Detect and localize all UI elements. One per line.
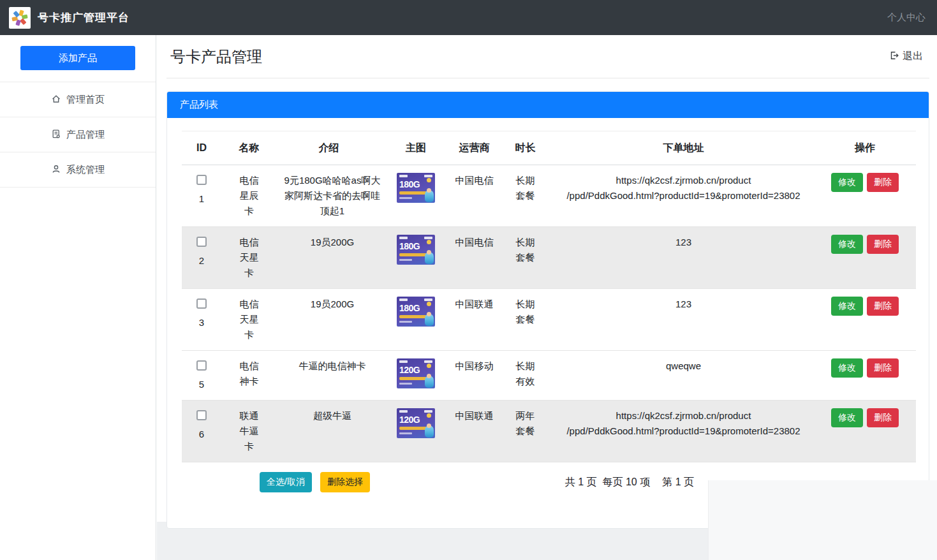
modify-button[interactable]: 修改 bbox=[831, 408, 863, 427]
product-image: 120G bbox=[397, 358, 435, 388]
product-image: 120G bbox=[397, 408, 435, 438]
col-header-image: 主图 bbox=[381, 131, 451, 165]
modify-button[interactable]: 修改 bbox=[831, 358, 863, 378]
product-intro: 9元180G哈哈哈as啊大家阿斯达卡省的去啊哇顶起1 bbox=[281, 173, 384, 219]
order-url: qweqwe bbox=[553, 351, 814, 401]
user-icon bbox=[51, 164, 61, 176]
delete-button[interactable]: 删除 bbox=[867, 358, 899, 378]
row-checkbox[interactable] bbox=[196, 298, 207, 309]
col-header-intro: 介绍 bbox=[277, 131, 381, 165]
current-page: 第 1 页 bbox=[662, 476, 694, 489]
col-header-name: 名称 bbox=[221, 131, 277, 165]
product-carrier: 中国联通 bbox=[451, 401, 498, 462]
app-logo-icon bbox=[9, 7, 31, 29]
col-header-duration: 时长 bbox=[498, 131, 553, 165]
product-duration: 长期套餐 bbox=[515, 297, 536, 327]
home-icon bbox=[51, 94, 61, 106]
sidebar-item-label: 管理首页 bbox=[66, 94, 105, 106]
delete-button[interactable]: 删除 bbox=[867, 235, 899, 254]
logout-icon bbox=[889, 50, 899, 63]
row-checkbox[interactable] bbox=[196, 360, 207, 371]
modify-button[interactable]: 修改 bbox=[831, 297, 863, 316]
select-all-toggle-button[interactable]: 全选/取消 bbox=[260, 472, 312, 492]
col-header-order-url: 下单地址 bbox=[553, 131, 814, 165]
row-id: 5 bbox=[186, 377, 218, 392]
delete-button[interactable]: 删除 bbox=[867, 297, 899, 316]
panel-title: 产品列表 bbox=[167, 92, 929, 118]
product-intro: 19员200G bbox=[281, 297, 384, 312]
product-list-card: 产品列表 ID 名称 介绍 主图 运营商 时长 bbox=[166, 91, 929, 529]
product-carrier: 中国电信 bbox=[451, 165, 498, 227]
product-intro: 19员200G bbox=[281, 235, 384, 250]
sidebar: 添加产品 管理首页 产品管理 系统管理 bbox=[0, 35, 156, 560]
col-header-id: ID bbox=[182, 131, 221, 165]
order-url: 123 bbox=[553, 227, 814, 289]
product-image: 180G bbox=[397, 297, 435, 327]
sidebar-item-label: 产品管理 bbox=[66, 129, 105, 141]
row-checkbox[interactable] bbox=[196, 410, 207, 420]
modify-button[interactable]: 修改 bbox=[831, 235, 863, 254]
table-row: 5 电信神卡 牛逼的电信神卡 120G 中国移动 长期有效 qweqwe 修改删… bbox=[182, 351, 916, 401]
product-name: 联通牛逼卡 bbox=[239, 408, 260, 454]
table-row: 6 联通牛逼卡 超级牛逼 120G 中国联通 两年套餐 https://qk2c… bbox=[182, 401, 916, 462]
product-image: 180G bbox=[397, 173, 435, 203]
product-duration: 长期套餐 bbox=[515, 235, 536, 265]
app-window: 号卡推广管理平台 个人中心 添加产品 管理首页 产品管理 系统管理 bbox=[0, 0, 937, 560]
table-row: 3 电信天星卡 19员200G 180G 中国联通 长期套餐 123 修改删除 bbox=[182, 289, 916, 351]
col-header-carrier: 运营商 bbox=[451, 131, 498, 165]
delete-button[interactable]: 删除 bbox=[867, 173, 899, 192]
panel-body: ID 名称 介绍 主图 运营商 时长 下单地址 操作 1 bbox=[167, 118, 929, 528]
product-duration: 两年套餐 bbox=[515, 408, 536, 439]
row-id: 1 bbox=[186, 191, 218, 207]
product-duration: 长期套餐 bbox=[515, 173, 536, 203]
product-intro: 牛逼的电信神卡 bbox=[281, 358, 384, 374]
modify-button[interactable]: 修改 bbox=[831, 173, 863, 192]
pagination: 共 1 页 每页 10 项 第 1 页 bbox=[565, 476, 694, 489]
product-name: 电信神卡 bbox=[239, 358, 260, 389]
logout-label: 退出 bbox=[903, 50, 923, 63]
product-intro: 超级牛逼 bbox=[281, 408, 384, 424]
logout-button[interactable]: 退出 bbox=[889, 50, 923, 63]
top-navbar: 号卡推广管理平台 个人中心 bbox=[0, 0, 937, 35]
order-url: 123 bbox=[553, 289, 814, 351]
delete-selected-button[interactable]: 删除选择 bbox=[320, 472, 370, 492]
app-title: 号卡推广管理平台 bbox=[38, 10, 129, 25]
page-title: 号卡产品管理 bbox=[170, 47, 262, 67]
products-table: ID 名称 介绍 主图 运营商 时长 下单地址 操作 1 bbox=[182, 131, 916, 462]
order-url: https://qk2csf.zjrmob.cn/product /ppd/Pd… bbox=[553, 165, 814, 227]
document-icon bbox=[51, 129, 61, 141]
blank-overlay-panel bbox=[708, 480, 937, 560]
product-carrier: 中国联通 bbox=[451, 289, 498, 351]
sidebar-item-home[interactable]: 管理首页 bbox=[0, 82, 156, 117]
col-header-actions: 操作 bbox=[814, 131, 916, 165]
product-image: 180G bbox=[397, 235, 435, 265]
row-checkbox[interactable] bbox=[196, 175, 207, 185]
row-checkbox[interactable] bbox=[196, 237, 207, 247]
table-header-row: ID 名称 介绍 主图 运营商 时长 下单地址 操作 bbox=[182, 131, 916, 165]
product-carrier: 中国电信 bbox=[451, 227, 498, 289]
row-id: 3 bbox=[186, 315, 218, 330]
add-product-button[interactable]: 添加产品 bbox=[20, 46, 135, 70]
table-row: 1 电信星辰卡 9元180G哈哈哈as啊大家阿斯达卡省的去啊哇顶起1 180G … bbox=[182, 165, 916, 227]
product-duration: 长期有效 bbox=[515, 358, 536, 389]
per-page-info: 每页 10 项 bbox=[603, 476, 651, 489]
product-name: 电信天星卡 bbox=[239, 235, 260, 281]
sidebar-item-system[interactable]: 系统管理 bbox=[0, 152, 156, 188]
row-id: 6 bbox=[186, 427, 218, 442]
product-carrier: 中国移动 bbox=[451, 351, 498, 401]
order-url: https://qk2csf.zjrmob.cn/product /ppd/Pd… bbox=[553, 401, 814, 462]
product-name: 电信天星卡 bbox=[239, 297, 260, 343]
delete-button[interactable]: 删除 bbox=[867, 408, 899, 427]
profile-center-link[interactable]: 个人中心 bbox=[887, 11, 926, 24]
table-row: 2 电信天星卡 19员200G 180G 中国电信 长期套餐 123 修改删除 bbox=[182, 227, 916, 289]
sidebar-item-label: 系统管理 bbox=[66, 164, 105, 176]
sidebar-item-products[interactable]: 产品管理 bbox=[0, 117, 156, 152]
page-header: 号卡产品管理 退出 bbox=[166, 35, 929, 78]
product-name: 电信星辰卡 bbox=[239, 173, 260, 219]
page-count: 共 1 页 bbox=[565, 476, 597, 489]
row-id: 2 bbox=[186, 253, 218, 269]
